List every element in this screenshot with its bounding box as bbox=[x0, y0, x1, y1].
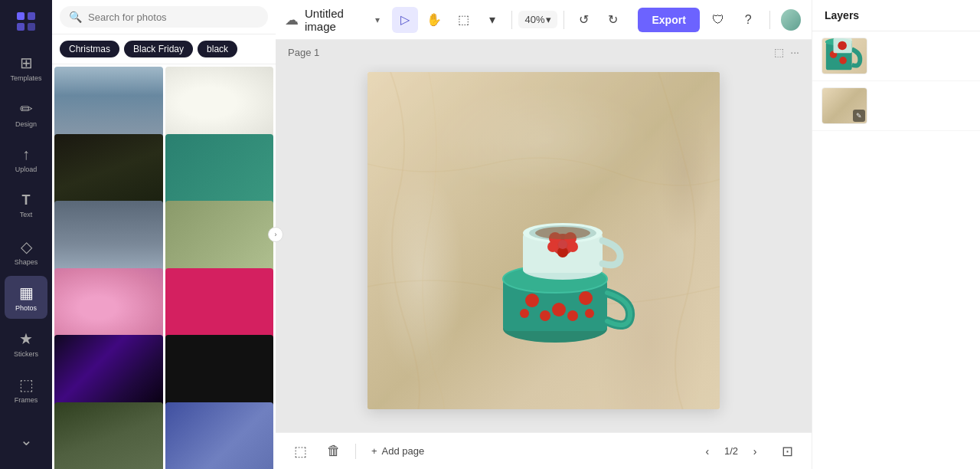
hand-tool-button[interactable]: ✋ bbox=[421, 7, 447, 33]
sidebar-item-photos[interactable]: ▦ Photos bbox=[5, 276, 47, 319]
sidebar-item-frames[interactable]: ⬚ Frames bbox=[5, 368, 47, 411]
bottom-bar: ⬚ 🗑 + Add page ‹ 1/2 › ⊡ bbox=[276, 432, 812, 469]
photo-thumb[interactable] bbox=[54, 134, 163, 206]
tag-black-friday[interactable]: Black Friday bbox=[124, 41, 193, 57]
frame-dropdown-button[interactable]: ▾ bbox=[479, 7, 505, 33]
page-navigation: ‹ 1/2 › bbox=[697, 441, 766, 462]
sidebar-label-text: Text bbox=[20, 211, 33, 218]
page-thumbnail-icon[interactable]: ⬚ bbox=[774, 46, 784, 58]
left-sidebar: ⊞ Templates ✏ Design ↑ Upload T Text ◇ S… bbox=[0, 0, 52, 469]
photo-thumb[interactable] bbox=[165, 134, 274, 206]
sidebar-item-text[interactable]: T Text bbox=[5, 184, 47, 227]
add-page-button[interactable]: + Add page bbox=[365, 442, 430, 460]
page-more-icon[interactable]: ··· bbox=[790, 46, 799, 58]
svg-point-25 bbox=[558, 240, 567, 249]
svg-rect-1 bbox=[28, 12, 35, 20]
page-info: 1/2 bbox=[724, 445, 738, 457]
page-label: Page 1 bbox=[288, 47, 319, 58]
top-bar: ☁ Untitled image ▾ ▷ ✋ ⬚ ▾ 40% ▾ ↺ ↻ bbox=[276, 0, 812, 40]
page-next-button[interactable]: › bbox=[744, 441, 766, 462]
page-duplicate-button[interactable]: ⬚ bbox=[288, 439, 312, 464]
search-input[interactable] bbox=[88, 11, 259, 23]
svg-rect-2 bbox=[17, 23, 24, 31]
svg-rect-3 bbox=[28, 23, 35, 31]
svg-point-11 bbox=[540, 310, 550, 321]
photos-panel-wrapper: 🔍 Christmas Black Friday black bbox=[52, 0, 276, 469]
layer-item-mug[interactable] bbox=[812, 31, 980, 81]
undo-button[interactable]: ↺ bbox=[570, 7, 596, 33]
topbar-divider-3 bbox=[769, 11, 770, 29]
add-page-icon: + bbox=[371, 445, 377, 457]
svg-point-9 bbox=[552, 303, 566, 316]
photo-thumb[interactable] bbox=[54, 201, 163, 273]
zoom-value: 40% bbox=[524, 14, 544, 25]
photo-thumb[interactable] bbox=[54, 67, 163, 139]
panel-collapse-button[interactable]: › bbox=[268, 227, 283, 242]
page-delete-button[interactable]: 🗑 bbox=[322, 439, 346, 464]
sidebar-item-stickers[interactable]: ★ Stickers bbox=[5, 322, 47, 365]
sidebar-label-photos: Photos bbox=[15, 304, 37, 312]
redo-button[interactable]: ↻ bbox=[599, 7, 626, 33]
layer-item-fabric[interactable]: ✎ bbox=[812, 81, 980, 131]
tags-row: Christmas Black Friday black bbox=[52, 34, 276, 64]
shield-icon-button[interactable]: 🛡 bbox=[706, 7, 730, 33]
page-actions: ⬚ ··· bbox=[774, 46, 799, 58]
app-logo bbox=[12, 8, 40, 35]
help-button[interactable]: ? bbox=[736, 7, 760, 33]
photo-thumb[interactable] bbox=[54, 335, 163, 407]
sidebar-item-shapes[interactable]: ◇ Shapes bbox=[5, 230, 47, 273]
svg-point-12 bbox=[567, 310, 578, 321]
stickers-icon: ★ bbox=[19, 330, 33, 348]
svg-point-13 bbox=[520, 309, 529, 318]
search-icon: 🔍 bbox=[69, 11, 82, 23]
svg-point-10 bbox=[579, 291, 593, 305]
photo-thumb[interactable] bbox=[165, 67, 274, 139]
right-panel: Layers ✎ bbox=[812, 0, 980, 469]
search-box[interactable]: 🔍 bbox=[60, 6, 268, 28]
export-button[interactable]: Export bbox=[638, 8, 699, 32]
more-icon: ⌄ bbox=[20, 431, 33, 449]
sidebar-item-design[interactable]: ✏ Design bbox=[5, 92, 47, 135]
sidebar-item-templates[interactable]: ⊞ Templates bbox=[5, 46, 47, 89]
page-prev-button[interactable]: ‹ bbox=[697, 441, 718, 462]
document-title-text: Untitled image bbox=[305, 7, 372, 33]
photo-thumb[interactable] bbox=[165, 335, 274, 407]
sidebar-item-upload[interactable]: ↑ Upload bbox=[5, 138, 47, 181]
photo-thumb[interactable] bbox=[165, 402, 274, 470]
frame-dropdown-icon: ▾ bbox=[489, 12, 495, 27]
document-title-chevron-icon: ▾ bbox=[375, 15, 380, 25]
svg-point-26 bbox=[535, 227, 590, 239]
photo-thumb[interactable] bbox=[54, 402, 163, 470]
document-title[interactable]: Untitled image ▾ bbox=[305, 7, 380, 33]
tag-christmas[interactable]: Christmas bbox=[60, 41, 119, 57]
frame-tool-button[interactable]: ⬚ bbox=[450, 7, 476, 33]
zoom-chevron-icon: ▾ bbox=[546, 14, 551, 25]
shapes-icon: ◇ bbox=[21, 238, 32, 256]
sidebar-label-design: Design bbox=[15, 120, 37, 128]
templates-icon: ⊞ bbox=[20, 54, 33, 72]
frame-tool-icon: ⬚ bbox=[458, 12, 469, 27]
svg-point-24 bbox=[567, 241, 578, 252]
photos-icon: ▦ bbox=[19, 284, 34, 302]
canvas[interactable] bbox=[368, 72, 720, 409]
text-icon: T bbox=[22, 192, 31, 208]
fullscreen-button[interactable]: ⊡ bbox=[775, 439, 799, 464]
zoom-control[interactable]: 40% ▾ bbox=[518, 11, 557, 28]
user-avatar[interactable] bbox=[779, 8, 802, 32]
photo-thumb[interactable] bbox=[165, 268, 274, 340]
photos-search-section: 🔍 bbox=[52, 0, 276, 34]
select-tool-button[interactable]: ▷ bbox=[392, 7, 418, 33]
layer-edit-icon: ✎ bbox=[853, 110, 865, 122]
page-label-row: Page 1 ⬚ ··· bbox=[276, 40, 812, 64]
toolbar-divider-2 bbox=[564, 11, 564, 29]
design-icon: ✏ bbox=[20, 100, 33, 118]
sidebar-item-more[interactable]: ⌄ bbox=[5, 418, 47, 461]
add-page-label: Add page bbox=[382, 445, 425, 457]
main-area: ☁ Untitled image ▾ ▷ ✋ ⬚ ▾ 40% ▾ ↺ ↻ bbox=[276, 0, 812, 469]
mugs-svg bbox=[490, 179, 635, 363]
sidebar-label-shapes: Shapes bbox=[15, 258, 38, 266]
photo-thumb[interactable] bbox=[165, 201, 274, 273]
tag-black[interactable]: black bbox=[198, 41, 237, 57]
svg-point-8 bbox=[525, 294, 539, 307]
photo-thumb[interactable] bbox=[54, 268, 163, 340]
